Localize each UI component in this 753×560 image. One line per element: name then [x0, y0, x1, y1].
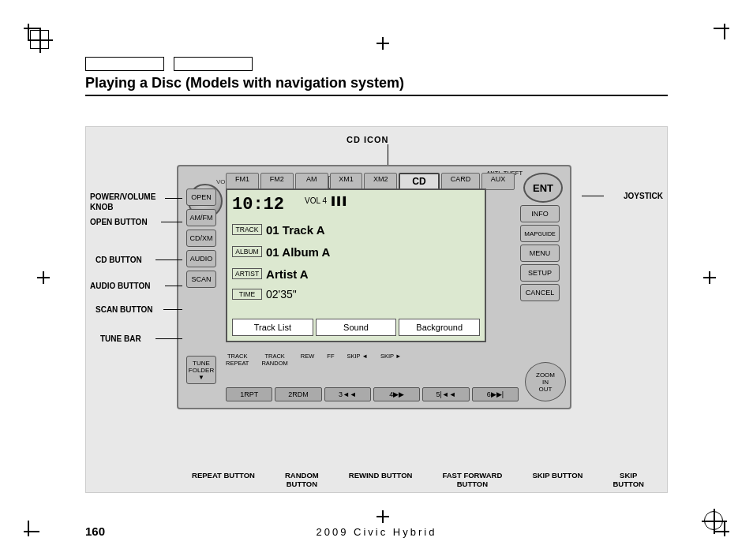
random-btn-label: RANDOMBUTTON — [285, 471, 319, 488]
preset-2rdm[interactable]: 2RDM — [275, 387, 321, 401]
background-button[interactable]: Background — [399, 319, 480, 336]
track-value: 01 Track A — [266, 223, 325, 237]
page-title: Playing a Disc (Models with navigation s… — [85, 75, 668, 96]
mode-btn-fm2[interactable]: FM2 — [260, 173, 294, 190]
cd-button-line — [155, 259, 182, 260]
track-random-label: TRACKRANDOM — [261, 353, 287, 367]
preset-5skip-l[interactable]: 5|◄◄ — [422, 387, 469, 401]
track-repeat-label: TRACKREPEAT — [226, 353, 249, 367]
open-button-label: OPEN BUTTON — [90, 218, 148, 226]
skip-right-label: SKIP ► — [380, 353, 401, 367]
crosshair-bottom — [376, 510, 389, 523]
tune-bar-line — [155, 338, 182, 339]
skip-left-label: SKIP ◄ — [347, 353, 367, 367]
page-subtitle: 2009 Civic Hybrid — [317, 526, 437, 538]
joystick-line — [582, 196, 604, 196]
diagram-area: CD ICON VOL▲▼PWR ANTI- THEFT ((XM)) FM1 … — [85, 126, 668, 493]
bottom-labels-row: REPEAT BUTTON RANDOMBUTTON REWIND BUTTON… — [177, 471, 659, 488]
audio-button[interactable]: AUDIO — [186, 250, 216, 267]
audio-button-line — [165, 286, 182, 286]
map-guide-button[interactable]: MAPGUIDE — [520, 225, 560, 242]
mode-btn-card[interactable]: CARD — [441, 173, 480, 190]
track-labels-row: TRACKREPEAT TRACKRANDOM REW FF SKIP ◄ SK… — [226, 353, 401, 367]
page-number: 160 — [85, 525, 105, 538]
menu-button[interactable]: MENU — [520, 245, 560, 262]
preset-3rew[interactable]: 3◄◄ — [324, 387, 371, 401]
scan-button-line — [163, 309, 182, 310]
ent-button[interactable]: ENT — [523, 173, 563, 203]
corner-mark-bl — [24, 513, 47, 536]
time-value: 02'35" — [266, 288, 297, 301]
page-title-area: Playing a Disc (Models with navigation s… — [85, 75, 668, 96]
info-button[interactable]: INFO — [520, 205, 560, 222]
preset-buttons-row: 1RPT 2RDM 3◄◄ 4▶▶ 5|◄◄ 6▶▶| — [226, 387, 519, 401]
album-value: 01 Album A — [266, 245, 330, 259]
artist-label: ARTIST — [232, 268, 262, 279]
preset-6skip-r[interactable]: 6▶▶| — [472, 387, 519, 401]
corner-mark-tr — [706, 24, 729, 47]
skip-right-btn-label: SKIPBUTTON — [613, 471, 644, 488]
screen-bottom-buttons: Track List Sound Background — [232, 319, 480, 336]
screen-time-row: TIME 02'35" — [232, 285, 480, 304]
mode-btn-cd[interactable]: CD — [399, 173, 439, 190]
cd-icon-label: CD ICON — [347, 135, 388, 144]
screen-track-row: TRACK 01 Track A — [232, 218, 480, 241]
audio-button-label: AUDIO BUTTON — [90, 282, 150, 290]
open-button-line — [161, 222, 182, 222]
power-volume-line — [165, 198, 182, 199]
crosshair-right — [703, 271, 716, 284]
mode-btn-aux[interactable]: AUX — [481, 173, 515, 190]
repeat-btn-label: REPEAT BUTTON — [192, 471, 255, 488]
crosshair-top — [376, 37, 389, 50]
sound-button[interactable]: Sound — [316, 319, 397, 336]
tab-box-2 — [174, 57, 253, 71]
tune-bar-label: TUNE BAR — [100, 334, 141, 343]
artist-value: Artist A — [266, 267, 309, 281]
time-label: TIME — [232, 289, 262, 300]
left-buttons: OPEN AM/FM CD/XM AUDIO SCAN — [186, 189, 219, 288]
cd-button-label: CD BUTTON — [96, 256, 142, 264]
scan-button[interactable]: SCAN — [186, 271, 216, 288]
display-screen: 10:12 VOL 4 ▐▐▐ TRACK 01 Track A ALBUM 0… — [226, 189, 486, 342]
tune-folder-button[interactable]: TUNEFOLDER▼ — [186, 356, 216, 384]
track-label: TRACK — [232, 224, 262, 235]
open-button[interactable]: OPEN — [186, 189, 216, 206]
screen-vol: VOL 4 ▐▐▐ — [305, 196, 346, 205]
screen-album-row: ALBUM 01 Album A — [232, 241, 480, 263]
skip-left-btn-label: SKIP BUTTON — [532, 471, 583, 488]
preset-4ff[interactable]: 4▶▶ — [373, 387, 420, 401]
crosshair-left — [37, 271, 50, 284]
screen-time: 10:12 — [232, 195, 284, 215]
right-panel: ENT INFO MAPGUIDE MENU SETUP CANCEL — [520, 173, 566, 301]
am-fm-button[interactable]: AM/FM — [186, 209, 216, 226]
screen-artist-row: ARTIST Artist A — [232, 263, 480, 285]
track-list-button[interactable]: Track List — [232, 319, 313, 336]
cd-xm-button[interactable]: CD/XM — [186, 230, 216, 247]
zoom-in-out-button[interactable]: ZOOMINOUT — [525, 362, 566, 401]
mode-btn-fm1[interactable]: FM1 — [226, 173, 259, 190]
scan-button-label: SCAN BUTTON — [96, 305, 153, 314]
preset-1rpt[interactable]: 1RPT — [226, 387, 272, 401]
setup-button[interactable]: SETUP — [520, 264, 560, 282]
ff-label: FF — [327, 353, 334, 367]
rew-label: REW — [301, 353, 315, 367]
mode-btn-xm2[interactable]: XM2 — [364, 173, 397, 190]
tab-box-1 — [85, 57, 164, 71]
joystick-label: JOYSTICK — [624, 192, 663, 200]
mode-btn-am[interactable]: AM — [295, 173, 328, 190]
album-label: ALBUM — [232, 246, 262, 257]
radio-unit: VOL▲▼PWR ANTI- THEFT ((XM)) FM1 FM2 AM X… — [177, 165, 571, 409]
circle-tl — [30, 30, 49, 49]
mode-btn-xm1[interactable]: XM1 — [330, 173, 363, 190]
rewind-btn-label: REWIND BUTTON — [349, 471, 413, 488]
mode-buttons-row: FM1 FM2 AM XM1 XM2 CD CARD AUX — [226, 173, 515, 190]
circle-br — [704, 511, 723, 530]
cancel-button[interactable]: CANCEL — [520, 284, 560, 301]
ff-btn-label: FAST FORWARDBUTTON — [442, 471, 502, 488]
power-volume-label: POWER/VOLUMEKNOB — [90, 192, 155, 212]
